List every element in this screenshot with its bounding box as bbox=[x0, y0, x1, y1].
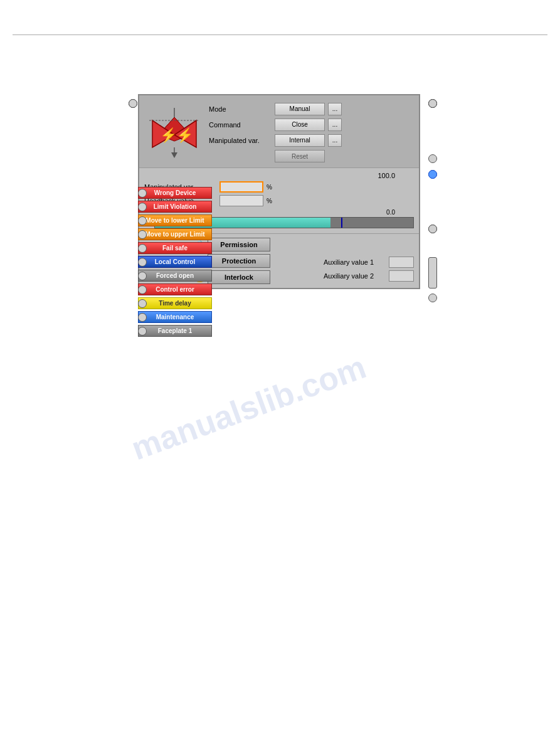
aux1-row: Auxiliary value 1 0 bbox=[324, 257, 414, 268]
manipvar-unit: % bbox=[267, 184, 272, 191]
status-fail-safe[interactable]: Fail safe bbox=[138, 242, 212, 254]
right-conn-prog-2 bbox=[428, 225, 437, 233]
controls-area: Mode Manual ... Command Close ... Manipu… bbox=[209, 100, 414, 162]
conn-circle-0 bbox=[138, 189, 147, 198]
valve-svg: ⚡ ⚡ bbox=[146, 105, 203, 158]
manipvar-top-row: Manipulated var. Internal ... bbox=[209, 134, 414, 147]
status-row-10: Faceplate 1 bbox=[138, 325, 212, 337]
max-value-display: 100.0 bbox=[378, 172, 395, 179]
status-control-error[interactable]: Control error bbox=[138, 283, 212, 295]
status-row-4: Fail safe bbox=[138, 242, 212, 254]
status-row-8: Time delay bbox=[138, 297, 212, 309]
command-label: Command bbox=[209, 121, 272, 129]
conn-circle-1 bbox=[138, 203, 147, 211]
command-button[interactable]: Close bbox=[275, 119, 325, 131]
top-divider bbox=[13, 34, 547, 35]
aux1-label: Auxiliary value 1 bbox=[324, 258, 386, 266]
conn-circle-3 bbox=[138, 230, 147, 239]
conn-circle-8 bbox=[138, 299, 147, 308]
page-container: manualslib.com bbox=[0, 0, 560, 747]
svg-marker-7 bbox=[171, 152, 177, 158]
status-local-control[interactable]: Local Control bbox=[138, 256, 212, 268]
status-row-3: Move to upper Limit bbox=[138, 228, 212, 240]
max-value-row: 100.0 bbox=[144, 172, 414, 179]
zero-value-display: 0.0 bbox=[386, 209, 395, 216]
progress-marker bbox=[341, 218, 342, 228]
conn-circle-6 bbox=[138, 272, 147, 280]
conn-circle-9 bbox=[138, 313, 147, 322]
status-maintenance[interactable]: Maintenance bbox=[138, 311, 212, 323]
command-more-button[interactable]: ... bbox=[328, 119, 342, 131]
status-forced-open[interactable]: Forced open bbox=[138, 270, 212, 282]
command-row: Command Close ... bbox=[209, 119, 414, 131]
manipvar-top-label: Manipulated var. bbox=[209, 137, 272, 144]
status-section: Wrong Device Limit Violation Move to low… bbox=[138, 187, 212, 337]
aux1-input[interactable]: 0 bbox=[389, 257, 414, 268]
protection-button[interactable]: Protection bbox=[208, 254, 270, 268]
manipvar-top-more-button[interactable]: ... bbox=[328, 134, 342, 147]
conn-circle-10 bbox=[138, 327, 147, 336]
status-wrong-device[interactable]: Wrong Device bbox=[138, 187, 212, 199]
readback-unit: % bbox=[267, 198, 272, 204]
right-circle-max bbox=[428, 154, 437, 163]
status-limit-violation[interactable]: Limit Violation bbox=[138, 201, 212, 213]
reset-row: Reset bbox=[275, 150, 414, 162]
manipvar-top-button[interactable]: Internal bbox=[275, 134, 325, 147]
right-circle-aux bbox=[428, 294, 437, 302]
interlock-button[interactable]: Interlock bbox=[208, 270, 270, 284]
status-row-5: Local Control bbox=[138, 256, 212, 268]
mode-row: Mode Manual ... bbox=[209, 103, 414, 115]
mode-button[interactable]: Manual bbox=[275, 103, 325, 115]
status-time-delay[interactable]: Time delay bbox=[138, 297, 212, 309]
svg-text:⚡: ⚡ bbox=[176, 127, 194, 144]
permission-button[interactable]: Permission bbox=[208, 238, 270, 252]
reset-button[interactable]: Reset bbox=[275, 150, 325, 162]
left-conn-3 bbox=[129, 99, 137, 108]
aux2-row: Auxiliary value 2 0 bbox=[324, 270, 414, 282]
readback-input[interactable]: 78.5 bbox=[219, 195, 263, 206]
status-row-9: Maintenance bbox=[138, 311, 212, 323]
mode-label: Mode bbox=[209, 105, 272, 113]
conn-circle-4 bbox=[138, 244, 147, 253]
conn-circle-2 bbox=[138, 216, 147, 225]
status-row-7: Control error bbox=[138, 283, 212, 295]
status-row-1: Limit Violation bbox=[138, 201, 212, 213]
status-row-6: Forced open bbox=[138, 270, 212, 282]
right-conn-readback bbox=[428, 170, 437, 179]
status-move-upper[interactable]: Move to upper Limit bbox=[138, 228, 212, 240]
conn-circle-7 bbox=[138, 285, 147, 294]
mode-more-button[interactable]: ... bbox=[328, 103, 342, 115]
aux-section: Auxiliary value 1 0 Auxiliary value 2 0 bbox=[324, 238, 414, 284]
valve-icon-area: ⚡ ⚡ bbox=[144, 100, 204, 162]
svg-text:⚡: ⚡ bbox=[160, 127, 177, 144]
right-conn-4 bbox=[428, 99, 437, 108]
status-faceplate1[interactable]: Faceplate 1 bbox=[138, 325, 212, 337]
right-circle-ppi bbox=[428, 257, 437, 289]
status-row-2: Move to lower Limit bbox=[138, 215, 212, 226]
manipvar-value-input[interactable]: 0.0 bbox=[219, 181, 263, 193]
status-row-0: Wrong Device bbox=[138, 187, 212, 199]
watermark: manualslib.com bbox=[127, 348, 371, 468]
aux2-input[interactable]: 0 bbox=[389, 270, 414, 282]
conn-circle-5 bbox=[138, 258, 147, 267]
aux2-label: Auxiliary value 2 bbox=[324, 272, 386, 280]
top-section: ⚡ ⚡ Mode Manual ... Command Close ... bbox=[139, 95, 419, 168]
status-move-lower[interactable]: Move to lower Limit bbox=[138, 215, 212, 226]
